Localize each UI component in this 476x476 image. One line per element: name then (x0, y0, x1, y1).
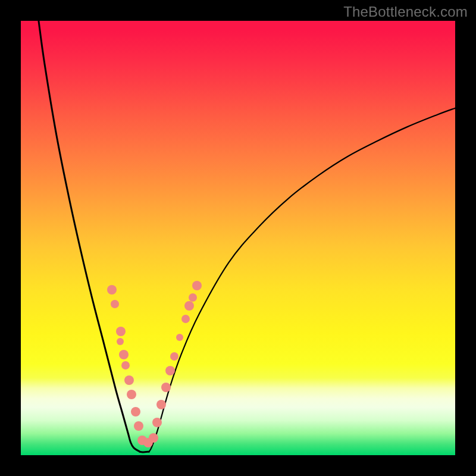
data-point (119, 350, 129, 359)
plot-area (21, 21, 455, 455)
data-point (152, 418, 162, 427)
data-point (116, 327, 126, 336)
data-point (131, 407, 140, 416)
data-point (170, 352, 178, 361)
data-point (189, 293, 197, 302)
data-point (117, 338, 124, 345)
data-point (107, 285, 117, 295)
data-point (181, 315, 190, 323)
data-point (134, 421, 143, 431)
data-point (192, 281, 202, 290)
chart-stage: TheBottleneck.com (0, 0, 476, 476)
data-point (161, 383, 171, 392)
data-point (111, 300, 119, 308)
data-point (127, 390, 136, 399)
data-point (124, 375, 134, 385)
watermark-text: TheBottleneck.com (343, 4, 468, 20)
data-point (156, 400, 166, 409)
data-point (165, 366, 175, 375)
data-point (149, 433, 158, 443)
data-point (184, 301, 194, 311)
data-point (176, 334, 183, 341)
data-points-layer (21, 21, 455, 455)
data-point (121, 361, 130, 369)
